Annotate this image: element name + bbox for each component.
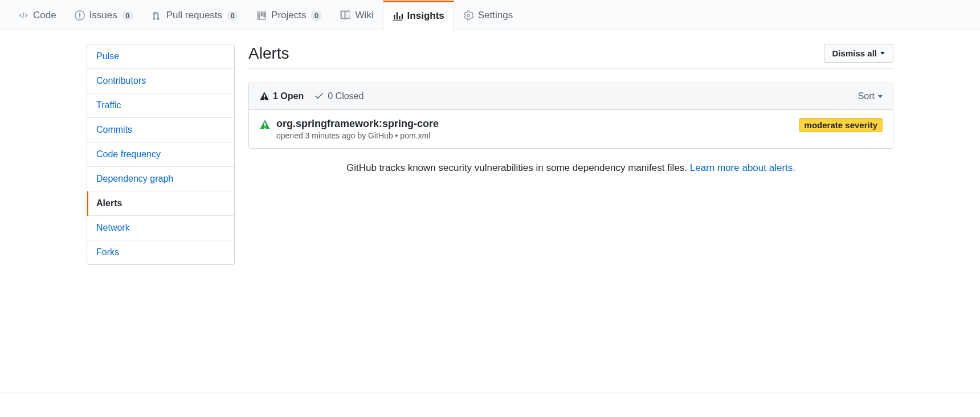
repo-tabs: Code Issues 0 Pull requests 0 Projects 0… <box>0 0 980 30</box>
book-icon <box>340 10 350 21</box>
issues-count: 0 <box>122 11 133 21</box>
sidebar-label: Pulse <box>96 51 119 61</box>
insights-sidebar: Pulse Contributors Traffic Commits Code … <box>87 44 235 265</box>
alert-title: org.springframework:spring-core <box>276 118 439 130</box>
closed-count: 0 Closed <box>328 91 364 101</box>
tab-label: Code <box>33 10 56 21</box>
sidebar-label: Network <box>96 223 130 232</box>
sidebar-item-pulse[interactable]: Pulse <box>87 44 234 69</box>
sidebar-item-traffic[interactable]: Traffic <box>87 93 234 118</box>
project-icon <box>256 10 267 21</box>
alerts-box: 1 Open 0 Closed Sort org.springframe <box>248 83 893 149</box>
caret-down-icon <box>880 52 885 55</box>
code-icon <box>18 10 28 21</box>
sidebar-label: Traffic <box>96 100 121 110</box>
severity-label: moderate severity <box>799 118 883 132</box>
main-content: Alerts Dismiss all 1 Open 0 Closed <box>248 44 893 265</box>
pull-request-icon <box>152 10 162 21</box>
tab-settings[interactable]: Settings <box>454 0 522 30</box>
tab-pull-requests[interactable]: Pull requests 0 <box>142 0 247 30</box>
tab-projects[interactable]: Projects 0 <box>247 0 331 30</box>
caret-down-icon <box>878 95 883 98</box>
tab-label: Wiki <box>355 10 373 21</box>
sidebar-label: Commits <box>96 125 132 134</box>
tab-label: Pull requests <box>166 10 222 21</box>
issue-icon <box>75 10 85 21</box>
alert-row[interactable]: org.springframework:spring-core opened 3… <box>249 110 893 148</box>
sort-label: Sort <box>858 91 875 101</box>
learn-more-link[interactable]: Learn more about alerts. <box>690 162 795 173</box>
sort-button[interactable]: Sort <box>858 91 883 101</box>
sidebar-item-code-frequency[interactable]: Code frequency <box>87 142 234 167</box>
sidebar-item-alerts: Alerts <box>87 191 234 216</box>
tab-insights[interactable]: Insights <box>383 1 454 30</box>
dismiss-all-button[interactable]: Dismiss all <box>824 44 893 63</box>
page-divider <box>0 393 980 393</box>
button-label: Dismiss all <box>832 48 877 58</box>
tab-issues[interactable]: Issues 0 <box>66 0 142 30</box>
alert-triangle-icon <box>259 119 271 130</box>
sidebar-label: Dependency graph <box>96 174 173 183</box>
page-title: Alerts <box>248 44 289 63</box>
alert-meta: opened 3 minutes ago by GitHub • pom.xml <box>276 131 439 140</box>
tab-label: Issues <box>89 10 117 21</box>
tab-label: Settings <box>478 10 513 21</box>
sidebar-label: Forks <box>96 247 119 257</box>
sidebar-label: Alerts <box>96 198 122 208</box>
tab-code[interactable]: Code <box>9 0 66 30</box>
footer-note: GitHub tracks known security vulnerabili… <box>248 162 893 174</box>
pr-count: 0 <box>227 11 238 21</box>
alerts-box-header: 1 Open 0 Closed Sort <box>249 83 893 110</box>
check-icon <box>314 91 324 101</box>
tab-wiki[interactable]: Wiki <box>331 0 382 30</box>
sidebar-item-commits[interactable]: Commits <box>87 118 234 142</box>
projects-count: 0 <box>311 11 322 21</box>
sidebar-item-dependency-graph[interactable]: Dependency graph <box>87 167 234 191</box>
sidebar-label: Code frequency <box>96 149 161 159</box>
gear-icon <box>463 10 473 21</box>
tab-label: Insights <box>407 10 444 22</box>
graph-icon <box>393 11 403 21</box>
open-count: 1 Open <box>273 91 304 101</box>
sidebar-item-network[interactable]: Network <box>87 216 234 240</box>
filter-closed[interactable]: 0 Closed <box>314 91 364 101</box>
sidebar-item-forks[interactable]: Forks <box>87 240 234 264</box>
filter-open[interactable]: 1 Open <box>259 91 304 101</box>
tab-label: Projects <box>271 10 306 21</box>
alert-triangle-icon <box>259 91 270 101</box>
sidebar-item-contributors[interactable]: Contributors <box>87 69 234 93</box>
sidebar-label: Contributors <box>96 76 146 85</box>
footer-text: GitHub tracks known security vulnerabili… <box>346 162 690 173</box>
